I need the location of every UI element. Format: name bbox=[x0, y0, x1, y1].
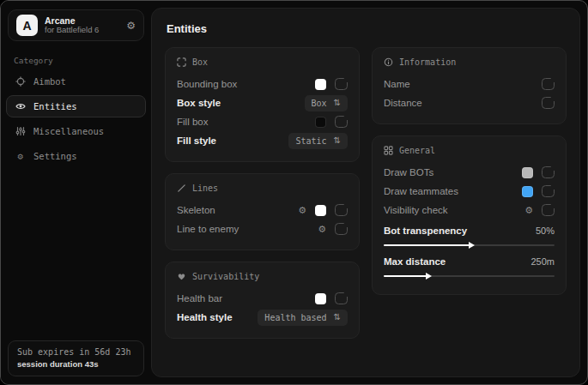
gear-icon[interactable]: ⚙ bbox=[318, 225, 326, 234]
info-icon bbox=[384, 57, 393, 67]
sidebar-item-label: Aimbot bbox=[33, 76, 66, 87]
checkbox[interactable] bbox=[335, 204, 348, 216]
card-title: Survivability bbox=[192, 272, 259, 281]
setting-label: Fill box bbox=[177, 117, 208, 127]
checkbox[interactable] bbox=[542, 185, 555, 197]
crosshair-icon bbox=[15, 76, 26, 87]
color-swatch[interactable] bbox=[315, 205, 326, 216]
sidebar-item-entities[interactable]: Entities bbox=[6, 95, 146, 117]
color-swatch[interactable] bbox=[522, 167, 533, 178]
slider-thumb[interactable] bbox=[469, 242, 475, 249]
setting-label: Skeleton bbox=[177, 205, 215, 215]
gear-icon[interactable]: ⚙ bbox=[524, 206, 533, 215]
setting-row-fill-style: Fill style Static ⇅ bbox=[177, 131, 348, 150]
setting-label: Line to enemy bbox=[177, 224, 239, 234]
checkbox[interactable] bbox=[335, 223, 348, 235]
color-swatch[interactable] bbox=[522, 186, 533, 197]
bot-transparency-slider[interactable] bbox=[384, 244, 555, 246]
checkbox[interactable] bbox=[542, 78, 555, 90]
setting-label: Draw teammates bbox=[384, 186, 458, 196]
sidebar-item-settings[interactable]: ⚙ Settings bbox=[6, 145, 146, 167]
brand-subtitle: for Battlefield 6 bbox=[45, 26, 119, 35]
color-swatch[interactable] bbox=[315, 79, 326, 90]
fill-style-dropdown[interactable]: Static ⇅ bbox=[288, 133, 348, 149]
box-style-dropdown[interactable]: Box ⇅ bbox=[305, 95, 348, 111]
setting-label: Visibility check bbox=[384, 205, 448, 215]
setting-row-max-distance: Max distance 250m bbox=[384, 252, 555, 277]
grid-icon bbox=[384, 146, 393, 155]
setting-label: Health bar bbox=[177, 293, 222, 304]
eye-icon bbox=[15, 101, 26, 111]
setting-label: Name bbox=[384, 79, 410, 89]
updown-arrows-icon: ⇅ bbox=[334, 313, 341, 322]
main-panel: Entities Box Bounding box bbox=[151, 8, 580, 377]
card-title: General bbox=[399, 146, 435, 155]
gear-icon: ⚙ bbox=[15, 151, 26, 162]
setting-label: Box style bbox=[177, 98, 221, 108]
sidebar-nav: Aimbot Entities Miscellaneous ⚙ Settings bbox=[1, 70, 151, 167]
sidebar-item-label: Settings bbox=[33, 151, 77, 161]
slider-value: 250m bbox=[530, 256, 555, 267]
sidebar-item-aimbot[interactable]: Aimbot bbox=[6, 70, 146, 93]
card-information: Information Name Distance bbox=[372, 47, 567, 124]
sidebar: A Arcane for Battlefield 6 ⚙ Category Ai… bbox=[1, 1, 151, 384]
category-label: Category bbox=[14, 56, 151, 65]
setting-row-draw-bots: Draw BOTs bbox=[384, 163, 555, 182]
setting-label: Draw BOTs bbox=[384, 167, 433, 177]
sub-expiry-text: Sub expires in 56d 23h bbox=[17, 347, 135, 357]
sidebar-item-miscellaneous[interactable]: Miscellaneous bbox=[6, 120, 146, 142]
color-swatch[interactable] bbox=[315, 293, 326, 304]
card-survivability: Survivability Health bar Health style He… bbox=[165, 262, 360, 339]
gear-icon[interactable]: ⚙ bbox=[298, 206, 306, 215]
slider-thumb[interactable] bbox=[426, 273, 432, 280]
setting-row-box-style: Box style Box ⇅ bbox=[177, 93, 348, 112]
brand-logo: A bbox=[16, 15, 38, 36]
slider-value: 50% bbox=[536, 226, 555, 236]
dropdown-value: Box bbox=[312, 99, 327, 108]
page-title: Entities bbox=[167, 22, 567, 35]
updown-arrows-icon: ⇅ bbox=[334, 99, 341, 107]
right-column: Information Name Distance bbox=[372, 47, 567, 295]
setting-row-visibility-check: Visibility check ⚙ bbox=[384, 201, 555, 220]
setting-row-draw-teammates: Draw teammates bbox=[384, 182, 555, 201]
setting-label: Distance bbox=[384, 98, 422, 108]
setting-row-line-to-enemy: Line to enemy ⚙ bbox=[177, 220, 348, 238]
subscription-card: Sub expires in 56d 23h session duration … bbox=[8, 340, 144, 376]
line-icon bbox=[177, 183, 186, 193]
setting-row-bot-transparency: Bot transpenency 50% bbox=[384, 221, 555, 246]
box-icon bbox=[177, 57, 186, 67]
setting-row-name: Name bbox=[384, 75, 555, 93]
heart-icon bbox=[177, 272, 186, 281]
setting-label: Health style bbox=[177, 312, 233, 322]
card-title: Information bbox=[399, 57, 456, 67]
setting-row-bounding-box: Bounding box bbox=[177, 75, 348, 93]
setting-row-health-bar: Health bar bbox=[177, 289, 348, 308]
max-distance-slider[interactable] bbox=[384, 275, 555, 277]
checkbox[interactable] bbox=[335, 116, 348, 128]
checkbox[interactable] bbox=[542, 97, 555, 109]
health-style-dropdown[interactable]: Health based ⇅ bbox=[258, 310, 348, 326]
sidebar-item-label: Entities bbox=[33, 101, 77, 111]
setting-label: Bounding box bbox=[177, 79, 237, 89]
setting-row-skeleton: Skeleton ⚙ bbox=[177, 201, 348, 220]
card-general: General Draw BOTs Draw teammates bbox=[372, 135, 567, 295]
checkbox[interactable] bbox=[335, 78, 348, 90]
app-window: A Arcane for Battlefield 6 ⚙ Category Ai… bbox=[0, 0, 588, 385]
color-swatch[interactable] bbox=[315, 117, 326, 128]
setting-row-fill-box: Fill box bbox=[177, 112, 348, 131]
checkbox[interactable] bbox=[335, 292, 348, 304]
checkbox[interactable] bbox=[542, 204, 555, 216]
card-title: Lines bbox=[192, 183, 218, 193]
card-lines: Lines Skeleton ⚙ Line to enemy ⚙ bbox=[165, 173, 360, 250]
card-title: Box bbox=[192, 57, 208, 67]
checkbox[interactable] bbox=[542, 166, 555, 178]
sidebar-item-label: Miscellaneous bbox=[33, 126, 104, 136]
setting-label: Max distance bbox=[384, 256, 446, 267]
session-duration-text: session duration 43s bbox=[17, 359, 135, 369]
gear-icon[interactable]: ⚙ bbox=[126, 20, 136, 32]
setting-row-distance: Distance bbox=[384, 93, 555, 112]
dropdown-value: Health based bbox=[264, 313, 326, 322]
brand-card: A Arcane for Battlefield 6 ⚙ bbox=[8, 9, 144, 41]
dropdown-value: Static bbox=[295, 136, 326, 146]
setting-row-health-style: Health style Health based ⇅ bbox=[177, 308, 348, 327]
